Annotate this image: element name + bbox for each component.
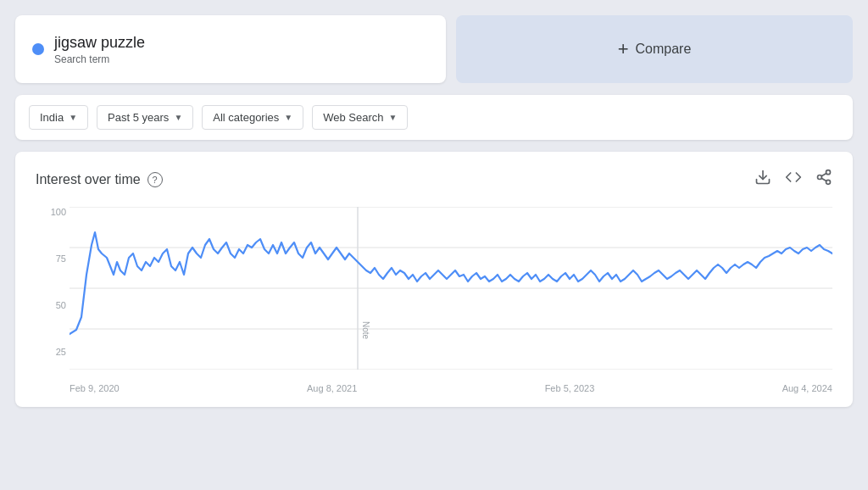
- chart-inner: Note: [70, 207, 832, 370]
- chart-title: Interest over time: [36, 172, 141, 187]
- category-filter[interactable]: All categories ▼: [202, 105, 303, 130]
- search-term-name: jigsaw puzzle: [54, 34, 145, 52]
- location-filter[interactable]: India ▼: [29, 105, 88, 130]
- y-label-75: 75: [36, 253, 66, 264]
- embed-icon[interactable]: [785, 169, 802, 190]
- time-chevron-icon: ▼: [174, 113, 182, 122]
- location-chevron-icon: ▼: [69, 113, 77, 122]
- filters-row: India ▼ Past 5 years ▼ All categories ▼ …: [15, 95, 853, 140]
- x-label-feb2023: Feb 5, 2023: [545, 383, 595, 393]
- search-type-chevron-icon: ▼: [389, 113, 398, 122]
- y-label-100: 100: [36, 207, 66, 217]
- time-filter-label: Past 5 years: [108, 111, 169, 124]
- chart-card: Interest over time ? 100 75 50 25: [15, 152, 853, 407]
- download-icon[interactable]: [754, 169, 771, 190]
- compare-card[interactable]: + Compare: [456, 15, 853, 83]
- help-icon[interactable]: ?: [147, 172, 163, 187]
- svg-line-4: [821, 178, 826, 181]
- x-axis: Feb 9, 2020 Aug 8, 2021 Feb 5, 2023 Aug …: [70, 383, 832, 393]
- svg-line-5: [821, 173, 826, 175]
- share-icon[interactable]: [815, 169, 832, 190]
- search-term-text: jigsaw puzzle Search term: [54, 34, 145, 65]
- chart-header: Interest over time ?: [36, 169, 832, 190]
- time-filter[interactable]: Past 5 years ▼: [97, 105, 193, 130]
- x-label-aug2024: Aug 4, 2024: [782, 383, 832, 393]
- compare-plus-icon: +: [618, 38, 629, 60]
- chart-actions: [754, 169, 832, 190]
- y-axis: 100 75 50 25: [36, 207, 66, 393]
- x-label-aug2021: Aug 8, 2021: [307, 383, 357, 393]
- search-term-label: Search term: [54, 53, 145, 65]
- category-filter-label: All categories: [213, 111, 279, 124]
- x-label-feb2020: Feb 9, 2020: [70, 383, 120, 393]
- search-type-filter-label: Web Search: [323, 111, 383, 124]
- chart-svg: Note: [70, 207, 832, 370]
- category-chevron-icon: ▼: [284, 113, 292, 122]
- search-term-dot: [32, 43, 44, 55]
- location-filter-label: India: [40, 111, 64, 124]
- y-label-50: 50: [36, 300, 66, 310]
- y-label-25: 25: [36, 347, 66, 357]
- search-type-filter[interactable]: Web Search ▼: [312, 105, 408, 130]
- chart-area: 100 75 50 25 Note Feb 9,: [36, 207, 832, 393]
- search-term-card: jigsaw puzzle Search term: [15, 15, 446, 83]
- chart-title-row: Interest over time ?: [36, 172, 163, 187]
- compare-label: Compare: [636, 42, 692, 57]
- svg-text:Note: Note: [361, 321, 370, 340]
